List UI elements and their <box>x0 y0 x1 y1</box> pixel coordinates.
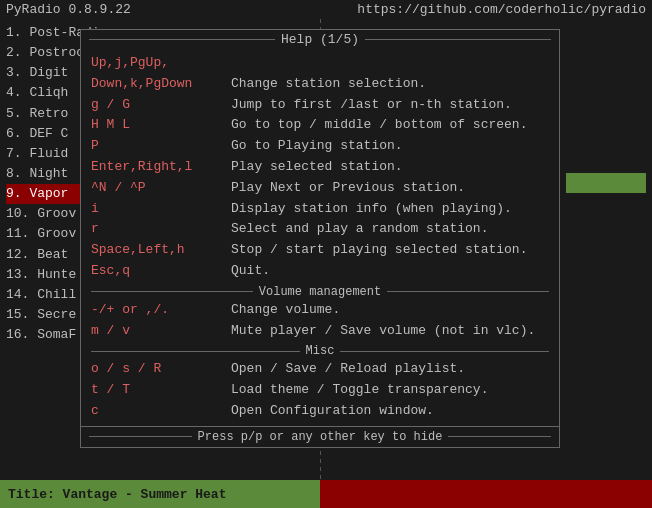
help-desc: Display station info (when playing). <box>231 199 549 220</box>
help-desc: Open / Save / Reload playlist. <box>231 359 549 380</box>
top-bar: PyRadio 0.8.9.22 https://github.com/code… <box>0 0 652 19</box>
station-name: Vapor <box>29 186 68 201</box>
help-key: Up,j,PgUp, <box>91 53 231 74</box>
help-key: P <box>91 136 231 157</box>
help-desc: Change station selection. <box>231 74 549 95</box>
help-body: Up,j,PgUp,Down,k,PgDownChange station se… <box>81 49 559 426</box>
help-desc: Go to Playing station. <box>231 136 549 157</box>
station-name: Groov <box>37 226 76 241</box>
title-line-right <box>365 39 551 40</box>
station-name: SomaF <box>37 327 76 342</box>
volume-section-divider: Volume management <box>91 285 549 299</box>
help-key: c <box>91 401 231 422</box>
help-key: Esc,q <box>91 261 231 282</box>
help-row: -/+ or ,/.Change volume. <box>91 300 549 321</box>
play-indicator <box>566 173 646 193</box>
station-name: DEF C <box>29 126 68 141</box>
help-desc: Load theme / Toggle transparency. <box>231 380 549 401</box>
help-desc <box>231 53 549 74</box>
help-title: Help (1/5) <box>275 32 365 47</box>
station-name: Digit <box>29 65 68 80</box>
help-desc: Play Next or Previous station. <box>231 178 549 199</box>
help-key: Enter,Right,l <box>91 157 231 178</box>
help-row: iDisplay station info (when playing). <box>91 199 549 220</box>
title-display: Title: Vantage - Summer Heat <box>0 480 320 508</box>
station-name: Retro <box>29 106 68 121</box>
help-row: m / vMute player / Save volume (not in v… <box>91 321 549 342</box>
footer-line-left <box>89 436 192 437</box>
station-number: 13. <box>6 267 37 282</box>
help-row: ^N / ^PPlay Next or Previous station. <box>91 178 549 199</box>
help-row: t / TLoad theme / Toggle transparency. <box>91 380 549 401</box>
station-name: Night <box>29 166 68 181</box>
help-row: cOpen Configuration window. <box>91 401 549 422</box>
help-row: Up,j,PgUp, <box>91 53 549 74</box>
help-row: o / s / ROpen / Save / Reload playlist. <box>91 359 549 380</box>
help-key: m / v <box>91 321 231 342</box>
help-row: Esc,qQuit. <box>91 261 549 282</box>
station-name: Beat <box>37 247 68 262</box>
station-number: 3. <box>6 65 29 80</box>
help-key: H M L <box>91 115 231 136</box>
footer-line-right <box>448 436 551 437</box>
help-desc: Jump to first /last or n-th station. <box>231 95 549 116</box>
station-name: Cliqh <box>29 85 68 100</box>
station-number: 15. <box>6 307 37 322</box>
help-desc: Open Configuration window. <box>231 401 549 422</box>
station-number: 7. <box>6 146 29 161</box>
station-number: 8. <box>6 166 29 181</box>
help-key: Down,k,PgDown <box>91 74 231 95</box>
help-row: g / GJump to first /last or n-th station… <box>91 95 549 116</box>
help-desc: Mute player / Save volume (not in vlc). <box>231 321 549 342</box>
help-desc: Go to top / middle / bottom of screen. <box>231 115 549 136</box>
volume-section-label: Volume management <box>253 285 387 299</box>
help-desc: Play selected station. <box>231 157 549 178</box>
station-number: 10. <box>6 206 37 221</box>
help-desc: Select and play a random station. <box>231 219 549 240</box>
github-url: https://github.com/coderholic/pyradio <box>357 2 646 17</box>
help-key: t / T <box>91 380 231 401</box>
station-number: 11. <box>6 226 37 241</box>
help-desc: Stop / start playing selected station. <box>231 240 549 261</box>
title-line-left <box>89 39 275 40</box>
station-number: 12. <box>6 247 37 262</box>
station-name: Fluid <box>29 146 68 161</box>
help-key: r <box>91 219 231 240</box>
station-number: 9. <box>6 186 29 201</box>
help-footer-text: Press p/p or any other key to hide <box>192 430 449 444</box>
help-panel: Help (1/5) Up,j,PgUp,Down,k,PgDownChange… <box>80 29 560 448</box>
station-number: 14. <box>6 287 37 302</box>
misc-section-label: Misc <box>300 344 341 358</box>
app: PyRadio 0.8.9.22 https://github.com/code… <box>0 0 652 508</box>
station-number: 16. <box>6 327 37 342</box>
help-row: PGo to Playing station. <box>91 136 549 157</box>
help-key: Space,Left,h <box>91 240 231 261</box>
help-row: Enter,Right,lPlay selected station. <box>91 157 549 178</box>
main-content: 1. Post-Radio2. Postrocks.me3. Digit4. C… <box>0 19 652 480</box>
app-version: PyRadio 0.8.9.22 <box>6 2 131 17</box>
title-text: Title: Vantage - Summer Heat <box>8 487 226 502</box>
bottom-bar: Title: Vantage - Summer Heat <box>0 480 652 508</box>
station-number: 2. <box>6 45 29 60</box>
help-row: rSelect and play a random station. <box>91 219 549 240</box>
station-number: 4. <box>6 85 29 100</box>
help-title-bar: Help (1/5) <box>81 30 559 49</box>
help-row: H M LGo to top / middle / bottom of scre… <box>91 115 549 136</box>
help-key: ^N / ^P <box>91 178 231 199</box>
station-name: Hunte <box>37 267 76 282</box>
help-key: o / s / R <box>91 359 231 380</box>
help-footer: Press p/p or any other key to hide <box>81 426 559 447</box>
title-right-bar <box>320 480 652 508</box>
station-name: Chill <box>37 287 76 302</box>
help-row: Down,k,PgDownChange station selection. <box>91 74 549 95</box>
station-number: 1. <box>6 25 29 40</box>
misc-section-divider: Misc <box>91 344 549 358</box>
help-key: g / G <box>91 95 231 116</box>
station-number: 5. <box>6 106 29 121</box>
help-row: Space,Left,hStop / start playing selecte… <box>91 240 549 261</box>
station-name: Groov <box>37 206 76 221</box>
station-number: 6. <box>6 126 29 141</box>
help-key: -/+ or ,/. <box>91 300 231 321</box>
help-desc: Quit. <box>231 261 549 282</box>
help-desc: Change volume. <box>231 300 549 321</box>
